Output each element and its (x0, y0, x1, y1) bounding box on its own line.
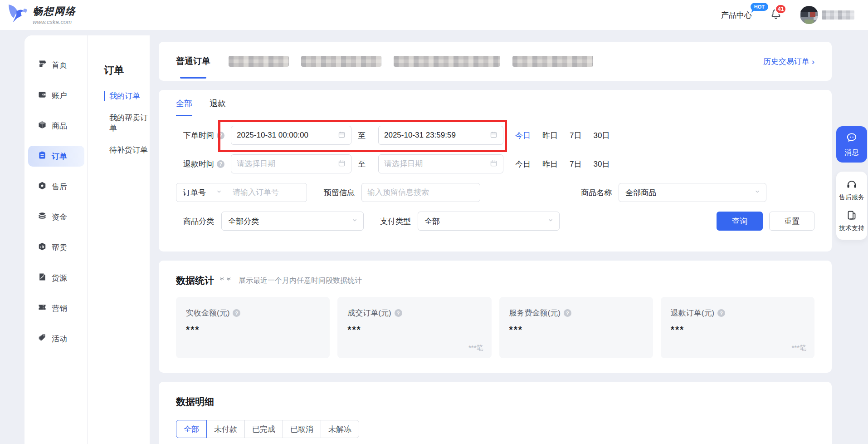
order-time-start-field[interactable] (231, 126, 351, 145)
tab-redacted-4[interactable] (512, 56, 593, 67)
after-sales-label: 售后服务 (839, 193, 864, 202)
stat-value: *** (509, 324, 643, 335)
after-sale-icon (38, 181, 47, 192)
product-name-select[interactable]: 全部商品 (619, 183, 766, 202)
order-no-row: 订单号 预留信息 商品名称 全部商品 (176, 183, 814, 202)
submenu-item-restock-orders[interactable]: 待补货订单 (104, 145, 150, 155)
refund-time-start-field[interactable] (231, 154, 351, 173)
quick-yesterday[interactable]: 昨日 (542, 159, 558, 169)
username-redacted (822, 10, 854, 20)
wallet-icon (38, 90, 47, 101)
detail-tab-cancelled[interactable]: 已取消 (283, 420, 321, 438)
filter-tab-refund[interactable]: 退款 (210, 98, 226, 116)
screen: 畅想网络 www.cxka.com 产品中心 HOT 41 (0, 0, 868, 444)
eye-closed-icon[interactable] (219, 276, 231, 285)
help-icon[interactable]: ? (564, 309, 571, 317)
filters-card: 全部 退款 下单时间 ? 至 (159, 90, 832, 252)
order-time-end-input[interactable] (384, 131, 490, 140)
support-float-panel: 售后服务 技术支持 (836, 172, 867, 240)
calendar-icon (338, 159, 346, 169)
help-icon[interactable]: ? (233, 309, 240, 317)
chat-bubble-icon (846, 132, 858, 145)
refund-time-label: 退款时间 (183, 159, 214, 169)
calendar-icon (338, 131, 346, 140)
chevron-down-icon (547, 217, 554, 226)
to-label: 至 (358, 130, 366, 141)
orders-submenu: 订单 我的订单 我的帮卖订单 待补货订单 (87, 35, 150, 444)
top-header: 畅想网络 www.cxka.com 产品中心 HOT 41 (0, 0, 868, 30)
quick-7d[interactable]: 7日 (570, 130, 581, 141)
quick-7d[interactable]: 7日 (570, 159, 581, 169)
sidebar-item-home[interactable]: 首页 (28, 54, 84, 75)
help-icon[interactable]: ? (217, 160, 224, 168)
sidebar-item-orders[interactable]: 订单 (28, 146, 84, 167)
statistics-description: 展示最近一个月内任意时间段数据统计 (239, 276, 362, 286)
tab-normal-orders[interactable]: 普通订单 (176, 42, 210, 81)
quick-today[interactable]: 今日 (515, 159, 531, 169)
after-sales-service-button[interactable]: 售后服务 (839, 179, 864, 202)
pay-type-select[interactable]: 全部 (418, 212, 560, 231)
sidebar-item-account[interactable]: 账户 (28, 85, 84, 106)
support-card-icon (846, 210, 857, 222)
order-time-start-input[interactable] (237, 131, 338, 140)
tag-icon (38, 333, 47, 345)
refund-time-end-input[interactable] (384, 159, 490, 168)
history-orders-link[interactable]: 历史交易订单 › (763, 56, 814, 67)
order-no-type-select[interactable]: 订单号 (176, 183, 227, 202)
sidebar-item-after-sales[interactable]: 售后 (28, 176, 84, 197)
product-category-select[interactable]: 全部分类 (221, 212, 364, 231)
main-content: 普通订单 历史交易订单 › 全部 退款 (159, 42, 832, 444)
tech-support-label: 技术支持 (839, 224, 864, 232)
bird-logo-icon (7, 4, 28, 26)
stat-value: *** (186, 324, 320, 335)
hot-badge: HOT (751, 3, 768, 11)
detail-tab-unpaid[interactable]: 未付款 (206, 420, 245, 438)
quick-30d[interactable]: 30日 (593, 159, 610, 169)
refund-time-end-field[interactable] (378, 154, 503, 173)
product-name-label: 商品名称 (581, 187, 612, 198)
stat-value: *** (671, 324, 805, 335)
order-no-combo: 订单号 (176, 183, 307, 202)
sidebar-item-products[interactable]: 商品 (28, 115, 84, 136)
quick-yesterday[interactable]: 昨日 (542, 130, 558, 141)
sidebar-item-marketing[interactable]: 营销 (28, 298, 84, 319)
quick-30d[interactable]: 30日 (593, 130, 610, 141)
quick-today[interactable]: 今日 (515, 130, 531, 141)
submenu-item-my-resell-orders[interactable]: 我的帮卖订单 (104, 113, 150, 133)
brand-logo[interactable]: 畅想网络 www.cxka.com (7, 4, 76, 26)
box-icon (38, 120, 47, 132)
reset-button[interactable]: 重置 (769, 212, 814, 231)
reserved-info-input[interactable] (361, 183, 480, 202)
help-icon[interactable]: ? (395, 309, 402, 317)
detail-tab-all[interactable]: 全部 (176, 420, 207, 438)
detail-tab-completed[interactable]: 已完成 (244, 420, 283, 438)
sidebar-item-resell[interactable]: 帮卖 (28, 237, 84, 258)
product-center-link[interactable]: 产品中心 HOT (721, 10, 752, 20)
pay-type-label: 支付类型 (380, 216, 411, 227)
supply-icon (38, 272, 47, 284)
refund-time-start-input[interactable] (237, 159, 338, 168)
sidebar-item-activity[interactable]: 活动 (28, 328, 84, 349)
help-icon[interactable]: ? (217, 132, 224, 139)
coins-icon (38, 212, 47, 223)
tab-redacted-3[interactable] (394, 56, 500, 67)
sidebar-item-supply[interactable]: 货源 (28, 267, 84, 288)
filter-tab-all[interactable]: 全部 (176, 98, 192, 116)
order-no-input[interactable] (227, 183, 307, 202)
tech-support-button[interactable]: 技术支持 (839, 210, 864, 232)
avatar[interactable] (800, 6, 818, 24)
detail-tab-unfrozen[interactable]: 未解冻 (321, 420, 359, 438)
query-button[interactable]: 查询 (717, 212, 763, 231)
stat-card-received-amount: 实收金额(元) ? *** (176, 297, 330, 358)
message-float-button[interactable]: 消息 (836, 126, 867, 163)
submenu-item-my-orders[interactable]: 我的订单 (104, 91, 150, 101)
storefront-icon (38, 59, 47, 71)
help-icon[interactable]: ? (717, 309, 725, 317)
tab-redacted-2[interactable] (301, 56, 381, 67)
chevron-down-icon (216, 188, 222, 197)
tab-redacted-1[interactable] (229, 56, 289, 67)
sidebar-item-funds[interactable]: 资金 (28, 207, 84, 227)
order-icon (38, 151, 47, 162)
notification-bell-icon[interactable]: 41 (770, 8, 782, 22)
order-time-end-field[interactable] (378, 126, 503, 145)
